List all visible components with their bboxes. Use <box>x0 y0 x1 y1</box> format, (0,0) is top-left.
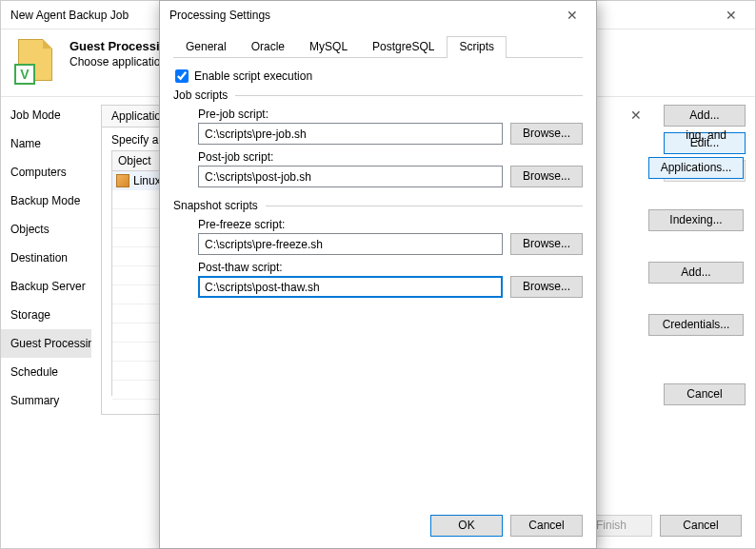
step-summary[interactable]: Summary <box>1 386 91 415</box>
dialog-title: Processing Settings <box>169 9 270 22</box>
pre-freeze-label: Pre-freeze script: <box>198 218 583 231</box>
pre-freeze-browse-button[interactable]: Browse... <box>510 233 583 255</box>
job-scripts-group: Job scripts Pre-job script: Browse... Po… <box>173 88 583 193</box>
job-scripts-legend: Job scripts <box>173 88 228 102</box>
inner-close-icon[interactable]: ✕ <box>622 108 650 123</box>
post-thaw-field: Post-thaw script: Browse... <box>198 261 583 298</box>
step-computers[interactable]: Computers <box>1 158 91 186</box>
step-destination[interactable]: Destination <box>1 244 91 272</box>
step-objects[interactable]: Objects <box>1 215 91 244</box>
dialog-buttons: OK Cancel <box>430 515 583 537</box>
right-desc: ing, and <box>686 128 726 142</box>
post-job-label: Post-job script: <box>198 150 583 164</box>
wizard-steps: Job ModeNameComputersBackup ModeObjectsD… <box>1 96 91 548</box>
dialog-titlebar: Processing Settings ✕ <box>160 1 596 29</box>
dialog-tabs: GeneralOracleMySQLPostgreSQLScripts <box>173 35 583 58</box>
tab-scripts[interactable]: Scripts <box>447 36 507 58</box>
step-storage[interactable]: Storage <box>1 301 91 329</box>
post-thaw-browse-button[interactable]: Browse... <box>510 276 583 298</box>
tab-general[interactable]: General <box>173 36 239 58</box>
tab-postgresql[interactable]: PostgreSQL <box>360 36 447 58</box>
step-name[interactable]: Name <box>1 129 91 158</box>
panel-cancel-button[interactable]: Cancel <box>664 383 746 405</box>
step-job-mode[interactable]: Job Mode <box>1 101 91 129</box>
enable-script-input[interactable] <box>175 69 189 83</box>
applications-button[interactable]: Applications... <box>648 157 744 179</box>
snapshot-scripts-group: Snapshot scripts Pre-freeze script: Brow… <box>173 199 583 304</box>
wizard-cancel-button[interactable]: Cancel <box>660 515 742 537</box>
dialog-body: GeneralOracleMySQLPostgreSQLScripts Enab… <box>160 29 596 317</box>
processing-settings-dialog: Processing Settings ✕ GeneralOracleMySQL… <box>159 0 597 549</box>
pre-job-field: Pre-job script: Browse... <box>198 108 583 145</box>
ok-button[interactable]: OK <box>430 515 503 537</box>
post-job-field: Post-job script: Browse... <box>198 150 583 187</box>
post-job-browse-button[interactable]: Browse... <box>510 166 583 187</box>
tab-mysql[interactable]: MySQL <box>297 36 360 58</box>
computer-icon <box>116 174 129 187</box>
post-thaw-label: Post-thaw script: <box>198 261 583 274</box>
snapshot-scripts-legend: Snapshot scripts <box>173 199 258 212</box>
pre-freeze-field: Pre-freeze script: Browse... <box>198 218 583 255</box>
add2-button[interactable]: Add... <box>648 262 744 284</box>
add-button[interactable]: Add... <box>664 105 746 127</box>
post-thaw-input[interactable] <box>198 276 503 298</box>
wizard-page-icon: V <box>14 39 58 83</box>
tab-oracle[interactable]: Oracle <box>239 36 297 58</box>
step-guest-processing[interactable]: Guest Processing <box>1 329 91 358</box>
wizard-title-text: New Agent Backup Job <box>10 1 129 29</box>
indexing-button[interactable]: Indexing... <box>648 209 744 231</box>
cancel-button[interactable]: Cancel <box>510 515 583 537</box>
credentials-button[interactable]: Credentials... <box>648 314 744 336</box>
enable-script-checkbox[interactable]: Enable script execution <box>175 69 581 83</box>
close-icon[interactable]: ✕ <box>717 8 746 23</box>
dialog-close-icon[interactable]: ✕ <box>558 8 587 23</box>
pre-job-label: Pre-job script: <box>198 108 583 121</box>
enable-script-label: Enable script execution <box>194 69 312 83</box>
post-job-input[interactable] <box>198 166 503 187</box>
pre-job-browse-button[interactable]: Browse... <box>510 123 583 145</box>
step-backup-mode[interactable]: Backup Mode <box>1 186 91 215</box>
pre-freeze-input[interactable] <box>198 233 503 255</box>
step-backup-server[interactable]: Backup Server <box>1 272 91 301</box>
step-schedule[interactable]: Schedule <box>1 358 91 386</box>
pre-job-input[interactable] <box>198 123 503 145</box>
